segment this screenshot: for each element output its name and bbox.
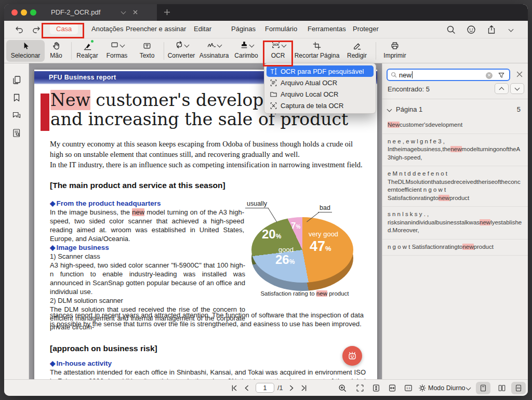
previous-result-button[interactable] <box>495 83 509 94</box>
close-window-button[interactable] <box>11 9 18 16</box>
app-window: PDF-2_OCR.pdf Casa Anotações Preencher e… <box>4 4 528 396</box>
slice-value-bad: 7% <box>291 221 300 231</box>
menu-item-tools[interactable]: Ferramentas <box>308 25 346 33</box>
menu-item-fill-sign[interactable]: Preencher e assinar <box>126 25 186 33</box>
search-results-list: Newcustomer'sdevelopment n e e , e w l g… <box>382 117 528 256</box>
menu-item-pages[interactable]: Páginas <box>231 25 256 33</box>
last-page-icon[interactable] <box>299 383 309 393</box>
zoom-window-button[interactable] <box>30 9 36 16</box>
ocr-menu-item-current-file[interactable]: Arquivo Atual OCR <box>267 77 374 88</box>
slice-label-very-good: very good <box>309 230 338 238</box>
next-page-icon[interactable] <box>287 383 296 393</box>
two-page-view-button[interactable] <box>495 382 509 394</box>
search-result-item[interactable]: Newcustomer'sdevelopment <box>382 117 528 134</box>
signature-tool-button[interactable]: Assinatura <box>197 40 231 62</box>
actual-size-icon[interactable]: 1:1 <box>404 383 413 393</box>
callout-line <box>268 208 277 222</box>
redact-tool-button[interactable]: Redigir <box>343 40 371 62</box>
menu-item-annotations[interactable]: Anotações <box>91 25 123 33</box>
menu-item-edit[interactable]: Editar <box>194 25 211 33</box>
new-tab-button[interactable] <box>163 8 171 16</box>
shapes-tool-button[interactable]: Formas <box>102 40 132 62</box>
first-page-icon[interactable] <box>230 383 239 393</box>
close-search-panel-icon[interactable] <box>515 70 524 78</box>
single-page-view-button[interactable] <box>476 382 490 394</box>
search-result-item[interactable]: e M n t d d e e f e n o t TheDLMsolution… <box>382 166 528 207</box>
day-mode-sun-icon[interactable] <box>418 383 427 393</box>
search-icon[interactable] <box>446 24 456 35</box>
view-mode-label[interactable]: Modo Diurno <box>428 384 466 392</box>
toolbar-divider <box>71 42 72 60</box>
menubar-chevron-down-icon[interactable] <box>509 27 514 32</box>
stamp-tool-button[interactable]: Carimbo <box>232 40 261 62</box>
clear-search-icon[interactable]: ✕ <box>486 72 493 79</box>
screen-capture-icon <box>270 102 277 110</box>
highlighter-icon <box>83 40 92 51</box>
support-icon[interactable] <box>466 24 476 35</box>
next-result-button[interactable] <box>510 83 524 94</box>
search-query-text: new <box>399 71 411 79</box>
slice-value-usually: 20% <box>262 227 281 242</box>
pdf-page: PFU Business report New customer's devel… <box>34 70 377 379</box>
text-tool-button[interactable]: Texto <box>133 40 161 62</box>
bookmarks-icon[interactable] <box>11 92 22 103</box>
redo-icon[interactable] <box>31 24 42 35</box>
minimize-window-button[interactable] <box>21 9 27 16</box>
search-result-item[interactable]: s n n l s k s y . , risksinanindividualb… <box>382 207 528 239</box>
robot-icon <box>347 350 358 362</box>
text-box-icon <box>142 40 152 51</box>
fit-page-icon[interactable] <box>355 383 365 393</box>
fit-height-icon[interactable] <box>371 383 381 393</box>
search-result-item[interactable]: n g o w t Satisfactionratingtonewproduct <box>382 239 528 256</box>
tab-chevron-down-icon[interactable] <box>121 9 126 15</box>
page-number-input[interactable] <box>256 383 274 393</box>
document-tab[interactable]: PDF-2_OCR.pdf <box>4 4 157 21</box>
two-page-icon <box>498 384 506 392</box>
ocr-menu-item-screen-capture[interactable]: Captura de tela OCR <box>267 100 374 111</box>
annotation-box-home <box>42 23 84 38</box>
single-page-icon <box>479 384 487 392</box>
chart-caption: Satisfaction rating to new product <box>241 290 368 297</box>
hand-tool-button[interactable]: Mão <box>44 40 68 62</box>
previous-page-icon[interactable] <box>242 383 251 393</box>
share-icon[interactable] <box>486 24 497 35</box>
print-tool-button[interactable]: Imprimir <box>379 40 410 62</box>
continuous-view-button[interactable] <box>511 382 526 394</box>
search-input[interactable]: new ✕ <box>387 69 510 81</box>
stamp-chevron-icon <box>249 42 254 47</box>
found-count-label: Encontrado: 5 <box>388 85 430 93</box>
comments-icon[interactable] <box>11 110 22 121</box>
page-thumbnails-icon[interactable] <box>11 75 22 85</box>
zoom-icon[interactable] <box>338 383 347 393</box>
intro-paragraph: My country economy at this season keeps … <box>50 139 366 170</box>
stamp-icon <box>240 40 249 51</box>
highlight-tool-button[interactable]: Realçar <box>74 40 101 62</box>
ocr-menu-item-searchable-pdf[interactable]: OCR para PDF pesquisável <box>267 65 374 77</box>
search-document-icon[interactable] <box>11 128 22 138</box>
redact-pen-icon <box>352 40 362 51</box>
highlight-color-dot <box>91 40 94 43</box>
text-recognize-icon <box>270 68 277 75</box>
menu-item-form[interactable]: Formulário <box>265 25 297 33</box>
toolbar-divider <box>376 42 376 60</box>
search-result-item[interactable]: n e e , e w l g n f e 3 , Intheimagebusi… <box>382 134 528 167</box>
bottom-bar: /1 1:1 Modo Diurno <box>4 379 528 396</box>
ai-assistant-button[interactable] <box>342 346 362 366</box>
toolbar-divider <box>164 42 164 60</box>
undo-icon[interactable] <box>14 24 24 35</box>
subheading-in-house-activity: ◆In-house activity <box>50 359 112 367</box>
filter-icon[interactable] <box>498 72 505 79</box>
mode-chevron-down-icon[interactable] <box>466 385 471 391</box>
fit-width-icon[interactable] <box>388 383 397 393</box>
tab-close-icon[interactable] <box>132 9 139 16</box>
search-icon <box>391 72 397 78</box>
crop-page-tool-button[interactable]: Recortar Página <box>292 40 342 62</box>
convert-tool-button[interactable]: Converter <box>166 40 197 62</box>
select-tool-button[interactable]: Selecionar <box>6 40 45 62</box>
ocr-menu-item-local-file[interactable]: Arquivo Local OCR <box>267 88 374 100</box>
left-sidebar <box>4 63 29 379</box>
menu-item-protect[interactable]: Proteger <box>353 25 379 33</box>
page-group-row[interactable]: Página 1 5 <box>382 104 528 116</box>
heading-highlight: New <box>50 90 90 110</box>
subheading-image-business: ◆Image business <box>50 243 109 251</box>
